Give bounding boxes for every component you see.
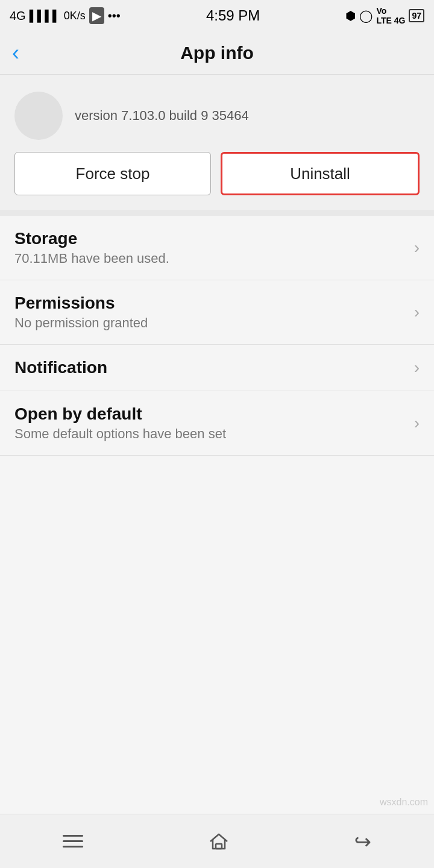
notification-content: Notification xyxy=(14,358,107,377)
page-title: App info xyxy=(180,43,254,63)
hamburger-icon xyxy=(63,835,83,848)
top-nav: ‹ App info xyxy=(0,31,434,75)
signal-bars: ▌▌▌▌ xyxy=(30,10,60,22)
permissions-subtitle: No permission granted xyxy=(14,315,148,331)
open-by-default-subtitle: Some default options have been set xyxy=(14,426,226,442)
storage-title: Storage xyxy=(14,229,169,248)
battery-icon: 97 xyxy=(409,9,424,22)
action-buttons-row: Force stop Uninstall xyxy=(0,152,434,210)
bluetooth-icon: ⬢ xyxy=(345,8,356,23)
home-button[interactable] xyxy=(208,831,230,852)
chevron-right-icon: › xyxy=(414,238,420,257)
back-nav-icon: ↩ xyxy=(354,829,371,854)
uninstall-button[interactable]: Uninstall xyxy=(221,152,420,195)
app-header: version 7.103.0 build 9 35464 xyxy=(0,75,434,152)
home-icon xyxy=(208,831,230,852)
bottom-nav: ↩ xyxy=(0,814,434,868)
notification-title: Notification xyxy=(14,358,107,377)
force-stop-button[interactable]: Force stop xyxy=(14,152,211,195)
settings-item-notification[interactable]: Notification › xyxy=(0,345,434,391)
network-indicator: 4G xyxy=(10,9,26,23)
watermark: wsxdn.com xyxy=(380,797,428,808)
permissions-title: Permissions xyxy=(14,294,148,313)
settings-item-open-by-default[interactable]: Open by default Some default options hav… xyxy=(0,391,434,456)
section-divider xyxy=(0,210,434,216)
svg-rect-0 xyxy=(216,844,222,849)
storage-subtitle: 70.11MB have been used. xyxy=(14,251,169,266)
open-by-default-title: Open by default xyxy=(14,404,226,424)
chevron-right-icon: › xyxy=(414,303,420,322)
status-bar: 4G ▌▌▌▌ 0K/s ▶ ••• 4:59 PM ⬢ ◯ VoLTE 4G … xyxy=(0,0,434,31)
status-right: ⬢ ◯ VoLTE 4G 97 xyxy=(345,6,424,25)
storage-content: Storage 70.11MB have been used. xyxy=(14,229,169,266)
settings-list: Storage 70.11MB have been used. › Permis… xyxy=(0,216,434,814)
status-time: 4:59 PM xyxy=(206,7,260,24)
settings-item-permissions[interactable]: Permissions No permission granted › xyxy=(0,280,434,345)
back-button[interactable]: ‹ xyxy=(12,42,19,64)
app-icon xyxy=(14,92,63,140)
app-version-text: version 7.103.0 build 9 35464 xyxy=(75,108,249,124)
open-by-default-content: Open by default Some default options hav… xyxy=(14,404,226,442)
menu-button[interactable] xyxy=(63,835,83,848)
settings-item-storage[interactable]: Storage 70.11MB have been used. › xyxy=(0,216,434,280)
vo-lte-icon: VoLTE 4G xyxy=(376,6,405,25)
overflow-dots: ••• xyxy=(108,9,121,23)
back-nav-button[interactable]: ↩ xyxy=(354,829,371,854)
status-left: 4G ▌▌▌▌ 0K/s ▶ ••• xyxy=(10,7,121,24)
permissions-content: Permissions No permission granted xyxy=(14,294,148,331)
screen-record-icon: ▶ xyxy=(89,7,104,24)
clock-icon: ◯ xyxy=(359,8,373,23)
chevron-right-icon: › xyxy=(414,358,420,377)
chevron-right-icon: › xyxy=(414,414,420,433)
data-speed: 0K/s xyxy=(64,10,86,22)
